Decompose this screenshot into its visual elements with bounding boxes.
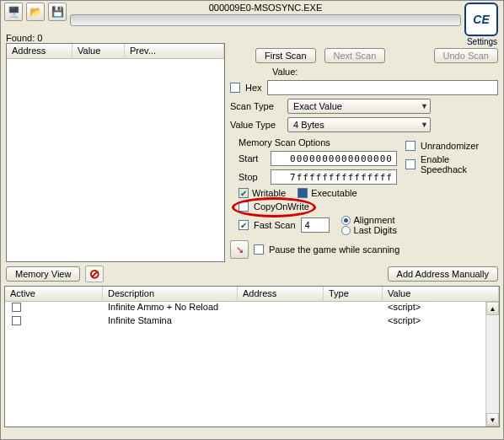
- fastscan-checkbox[interactable]: ✔: [239, 220, 249, 230]
- th-type[interactable]: Type: [324, 287, 383, 301]
- col-prev[interactable]: Prev...: [125, 44, 224, 58]
- add-address-manually-button[interactable]: Add Address Manually: [388, 266, 498, 282]
- lastdigits-label: Last Digits: [354, 225, 397, 235]
- results-list[interactable]: Address Value Prev...: [6, 43, 225, 262]
- start-label: Start: [239, 153, 265, 164]
- value-type-dropdown[interactable]: 4 Bytes ▼: [287, 117, 431, 132]
- th-active[interactable]: Active: [5, 287, 103, 301]
- active-checkbox[interactable]: [12, 303, 21, 312]
- copyonwrite-label: CopyOnWrite: [254, 201, 309, 212]
- stop-label: Stop: [239, 172, 265, 182]
- alignment-label: Alignment: [354, 215, 395, 225]
- mem-opts-label: Memory Scan Options: [239, 137, 399, 148]
- chevron-down-icon: ▼: [421, 121, 428, 129]
- scroll-down-icon[interactable]: ▼: [486, 413, 499, 427]
- speedhack-label: Enable Speedhack: [421, 154, 498, 174]
- unrandomizer-checkbox[interactable]: [405, 141, 416, 151]
- writable-checkbox[interactable]: ✔: [239, 188, 249, 198]
- value-type-label: Value Type: [230, 120, 282, 130]
- speedhack-checkbox[interactable]: [405, 159, 416, 169]
- col-address[interactable]: Address: [7, 44, 72, 58]
- value-input[interactable]: [267, 80, 498, 95]
- unrandomizer-label: Unrandomizer: [421, 141, 479, 151]
- start-input[interactable]: [271, 151, 397, 166]
- th-description[interactable]: Description: [103, 287, 238, 301]
- hex-label: Hex: [245, 83, 262, 93]
- save-icon[interactable]: 💾: [48, 3, 67, 21]
- lastdigits-radio[interactable]: [341, 226, 351, 235]
- process-title: 000009E0-MSOSYNC.EXE: [70, 3, 461, 13]
- progress-bar: [70, 14, 461, 26]
- undo-scan-button: Undo Scan: [434, 48, 498, 63]
- memory-view-button[interactable]: Memory View: [6, 266, 80, 282]
- pause-label: Pause the game while scanning: [269, 244, 399, 255]
- open-icon[interactable]: 📂: [26, 3, 45, 21]
- col-value[interactable]: Value: [72, 44, 125, 58]
- value-label: Value:: [272, 67, 298, 77]
- select-process-icon[interactable]: 🖥️: [4, 3, 23, 21]
- executable-label: Executable: [311, 188, 357, 198]
- pointer-tool-icon[interactable]: ↘: [230, 240, 249, 259]
- cheat-engine-logo[interactable]: CE: [464, 3, 498, 36]
- fastscan-input[interactable]: [301, 217, 330, 233]
- alignment-radio[interactable]: [341, 216, 351, 225]
- writable-label: Writable: [252, 188, 286, 198]
- table-row[interactable]: Infinite Ammo + No Reload <script>: [5, 302, 499, 315]
- copyonwrite-checkbox[interactable]: [239, 201, 249, 212]
- chevron-down-icon: ▼: [421, 102, 428, 110]
- th-address[interactable]: Address: [238, 287, 324, 301]
- hex-checkbox[interactable]: [230, 83, 240, 93]
- cheat-table[interactable]: Active Description Address Type Value In…: [4, 286, 500, 427]
- fastscan-label: Fast Scan: [254, 220, 296, 230]
- scroll-up-icon[interactable]: ▲: [486, 302, 499, 315]
- pause-checkbox[interactable]: [254, 244, 264, 255]
- first-scan-button[interactable]: First Scan: [255, 48, 316, 63]
- active-checkbox[interactable]: [12, 316, 21, 325]
- next-scan-button: Next Scan: [324, 48, 386, 63]
- stop-icon[interactable]: ⊘: [85, 266, 104, 282]
- stop-input[interactable]: [271, 169, 397, 185]
- scrollbar[interactable]: ▲ ▼: [485, 302, 499, 427]
- scan-type-label: Scan Type: [230, 101, 282, 111]
- table-row[interactable]: Infinite Stamina <script>: [5, 315, 499, 329]
- found-count: Found: 0: [1, 31, 503, 43]
- scan-type-dropdown[interactable]: Exact Value ▼: [287, 99, 431, 114]
- th-value[interactable]: Value: [383, 287, 499, 301]
- executable-checkbox[interactable]: [298, 188, 308, 198]
